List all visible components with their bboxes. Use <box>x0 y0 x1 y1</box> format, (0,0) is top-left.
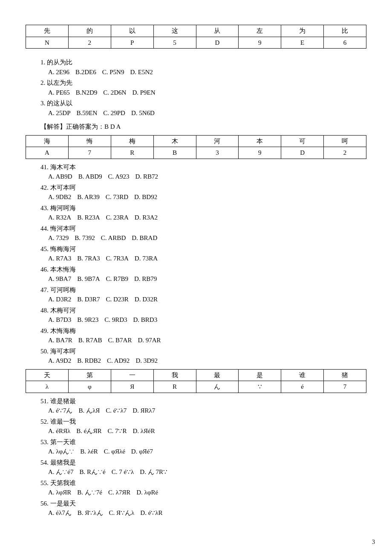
table-row: λ φ Я R ん ∵ é 7 <box>26 381 366 393</box>
option: B. R23A <box>77 214 100 221</box>
question: 52. 谁最一我 <box>40 417 366 427</box>
question: 1. 的从为比 <box>40 58 366 67</box>
question: 42. 木可本呵 <box>40 183 366 193</box>
option: C. R7B9 <box>106 275 129 282</box>
option: D. E5N2 <box>130 69 153 75</box>
cell: Я <box>111 381 153 393</box>
option: B. éんЯR <box>76 428 101 434</box>
cell: 3 <box>196 147 239 159</box>
option: B. Rん∵é <box>80 468 106 475</box>
option: B. ん∵7é <box>77 489 102 496</box>
option: B. λéR <box>80 448 98 455</box>
options: A. A9D2B. RDB2C. AD92D. 3D92 <box>48 356 366 366</box>
question: 48. 木梅可河 <box>40 306 366 315</box>
options: A. ん∵é7B. Rん∵éC. 7 é∵λD. ん 7R∵ <box>48 467 366 477</box>
question-number: 3. <box>40 100 45 107</box>
option: B. AR39 <box>77 194 100 200</box>
cell: R <box>153 381 196 393</box>
option: A. 9DB2 <box>48 194 71 200</box>
options: A. D3R2B. D3R7C. D23RD. D32R <box>48 295 366 304</box>
option: C. 2D6N <box>103 89 126 96</box>
question-text: 谁是猪最 <box>50 398 76 405</box>
question-text: 木悔海梅 <box>50 327 76 334</box>
question: 41. 海木可本 <box>40 162 366 172</box>
question-number: 41. <box>40 164 49 171</box>
option: D. D32R <box>135 296 158 303</box>
cell: 2 <box>68 37 111 49</box>
option: C. 7 é∵λ <box>112 468 134 475</box>
option: A. R7A3 <box>48 255 71 262</box>
question-block-1: 1. 的从为比 A. 2E96B.2DE6C. P5N9D. E5N2 2. 以… <box>40 58 366 118</box>
table-row: 海 悔 梅 木 河 本 可 呵 <box>26 135 366 147</box>
option: D. ん 7R∵ <box>140 468 167 475</box>
question-text: 最猪我是 <box>50 459 76 466</box>
option: B. 9B7A <box>77 275 100 282</box>
question-number: 43. <box>40 205 49 211</box>
option: C. é∵λ7 <box>106 407 127 414</box>
cell: ん <box>196 381 239 393</box>
question-text: 海可本呵 <box>50 348 76 355</box>
option: C. D23R <box>106 296 129 303</box>
option: D. R3A2 <box>135 214 158 221</box>
cell: R <box>111 147 153 159</box>
cell: ∵ <box>239 381 281 393</box>
option: D. λφRé <box>136 489 158 496</box>
option: B. んλЯ <box>79 407 100 414</box>
option: A. 7329 <box>48 234 69 241</box>
option: B. ABD9 <box>78 173 102 180</box>
cell: 悔 <box>68 135 111 147</box>
option: C. A923 <box>108 173 130 180</box>
question-number: 56. <box>40 500 49 507</box>
cell: P <box>111 37 153 49</box>
question-number: 50. <box>40 348 49 355</box>
cell: 谁 <box>281 369 324 381</box>
option: C. 29PD <box>103 110 125 116</box>
options: A. é∵7んB. んλЯC. é∵λ7D. ЯRλ7 <box>48 406 366 416</box>
option: C. 9RD3 <box>104 316 127 323</box>
option: C. 23RA <box>106 214 129 221</box>
cell: 木 <box>153 135 196 147</box>
cell: A <box>26 147 69 159</box>
cipher-table-1: 先 的 以 这 从 左 为 比 N 2 P 5 D 9 E 6 <box>26 25 366 49</box>
cell: 第 <box>68 369 111 381</box>
question-text: 第一天谁 <box>50 439 76 445</box>
question-text: 谁最一我 <box>50 418 76 425</box>
question-number: 47. <box>40 286 49 293</box>
option: A. B7D3 <box>48 316 71 323</box>
cell: λ <box>26 381 69 393</box>
question: 56. 一是最天 <box>40 499 366 509</box>
cell: 从 <box>196 25 239 37</box>
cell: 6 <box>324 37 366 49</box>
option: D. é∵λR <box>140 509 162 516</box>
option: A. é∵7ん <box>48 407 73 414</box>
option: B.N2D9 <box>76 89 97 96</box>
options: A. éRЯλB. éんЯRC. 7∵RD. λЯéR <box>48 426 366 436</box>
answer-line: 【解答】正确答案为：B D A <box>40 122 366 132</box>
cell: D <box>196 37 239 49</box>
options: A. PE65B.N2D9C. 2D6ND. P9EN <box>48 88 366 98</box>
option: A. D3R2 <box>48 296 71 303</box>
question-text: 木可本呵 <box>50 184 76 191</box>
option: A. A9D2 <box>48 357 71 364</box>
question-text: 的这从以 <box>47 100 72 107</box>
table-row: 先 的 以 这 从 左 为 比 <box>26 25 366 37</box>
option: C. P5N9 <box>102 69 124 75</box>
cell: 天 <box>26 369 69 381</box>
question: 3. 的这从以 <box>40 98 366 108</box>
option: B. Я∵λん <box>78 509 103 516</box>
question: 2. 以左为先 <box>40 78 366 88</box>
options: A. 9DB2B. AR39C. 73RDD. BD92 <box>48 192 366 202</box>
cell: E <box>281 37 324 49</box>
options: A. R32AB. R23AC. 23RAD. R3A2 <box>48 213 366 223</box>
question-number: 44. <box>40 225 49 232</box>
cell: 猪 <box>324 369 366 381</box>
options: A. R7A3B. 7RA3C. 7R3AD. 73RA <box>48 254 366 263</box>
table-row: A 7 R B 3 9 D 2 <box>26 147 366 159</box>
option: C. ARBD <box>101 234 126 241</box>
cell: 9 <box>239 147 281 159</box>
option: D. BRD3 <box>133 316 158 323</box>
question-text: 本木悔海 <box>50 266 76 273</box>
question-block-2: 41. 海木可本 A. AB9DB. ABD9C. A923D. RB72 42… <box>40 162 366 366</box>
question: 54. 最猪我是 <box>40 458 366 468</box>
question-number: 55. <box>40 480 49 486</box>
